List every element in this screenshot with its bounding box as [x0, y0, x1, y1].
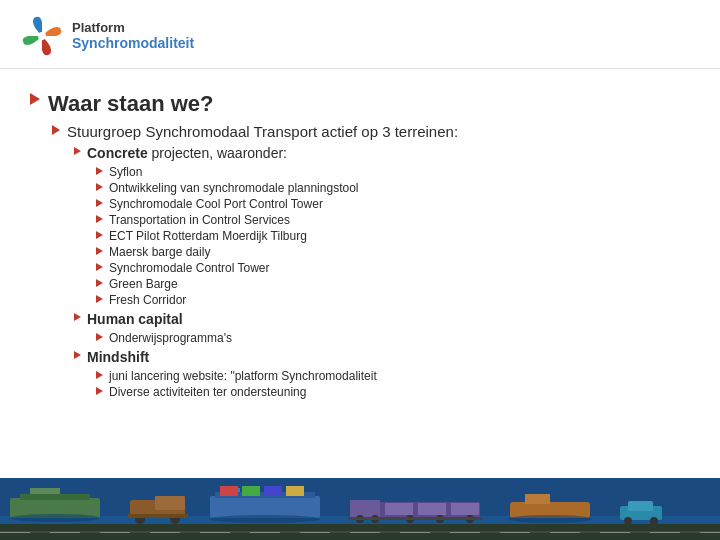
svg-rect-32	[525, 494, 550, 504]
item-bullet-0	[96, 167, 103, 175]
level3-bold: Concrete	[87, 145, 148, 161]
logo: Platform Synchromodaliteit	[20, 14, 194, 58]
item-text-4: ECT Pilot Rotterdam Moerdijk Tilburg	[109, 229, 307, 243]
svg-rect-12	[210, 496, 320, 518]
level3-rest: projecten, waaronder:	[148, 145, 287, 161]
logo-icon	[20, 14, 64, 58]
item-bullet-3	[96, 215, 103, 223]
level3-text: Concrete projecten, waaronder:	[87, 145, 287, 161]
mindshift-row: Mindshift	[74, 349, 690, 365]
svg-rect-11	[128, 514, 188, 518]
svg-rect-15	[220, 486, 238, 496]
svg-rect-52	[600, 532, 630, 533]
mindshift-item-0: juni lancering website: "platform Synchr…	[96, 369, 690, 383]
svg-rect-53	[650, 532, 680, 533]
svg-rect-8	[155, 496, 185, 510]
level3-bullet	[74, 147, 81, 155]
list-item: Syflon	[96, 165, 690, 179]
item-text-0: Syflon	[109, 165, 142, 179]
svg-rect-23	[418, 503, 446, 515]
svg-rect-5	[20, 494, 90, 500]
item-text-7: Green Barge	[109, 277, 178, 291]
item-bullet-6	[96, 263, 103, 271]
logo-top: Platform	[72, 20, 194, 36]
svg-rect-43	[150, 532, 180, 533]
svg-rect-35	[628, 501, 653, 511]
svg-point-0	[38, 32, 46, 40]
mindshift-label: Mindshift	[87, 349, 149, 365]
svg-rect-50	[500, 532, 530, 533]
svg-rect-41	[50, 532, 80, 533]
list-item: Transportation in Control Services	[96, 213, 690, 227]
human-capital-label: Human capital	[87, 311, 183, 327]
svg-rect-49	[450, 532, 480, 533]
slide: Platform Synchromodaliteit Waar staan we…	[0, 0, 720, 540]
svg-rect-51	[550, 532, 580, 533]
svg-rect-18	[286, 486, 304, 496]
svg-rect-17	[264, 486, 282, 496]
footer-strip	[0, 478, 720, 540]
svg-rect-54	[700, 532, 720, 533]
svg-point-19	[210, 515, 320, 523]
item-bullet-7	[96, 279, 103, 287]
svg-rect-30	[348, 517, 483, 520]
item-bullet-8	[96, 295, 103, 303]
list-item: Synchromodale Cool Port Control Tower	[96, 197, 690, 211]
item-text-1: Ontwikkeling van synchromodale plannings…	[109, 181, 358, 195]
slide-title: Waar staan we?	[48, 91, 213, 117]
human-capital-sub-text: Onderwijsprogramma's	[109, 331, 232, 345]
svg-point-6	[10, 514, 100, 522]
item-text-3: Transportation in Control Services	[109, 213, 290, 227]
level2-bullet	[52, 125, 60, 135]
list-item: Synchromodale Control Tower	[96, 261, 690, 275]
human-capital-sub-bullet	[96, 333, 103, 341]
human-capital-row: Human capital	[74, 311, 690, 327]
logo-text: Platform Synchromodaliteit	[72, 20, 194, 52]
item-bullet-5	[96, 247, 103, 255]
svg-rect-45	[250, 532, 280, 533]
logo-bottom: Synchromodaliteit	[72, 35, 194, 52]
footer-vehicles-svg	[0, 478, 720, 540]
svg-rect-16	[242, 486, 260, 496]
mindshift-sub-text-0: juni lancering website: "platform Synchr…	[109, 369, 377, 383]
svg-point-37	[650, 517, 658, 525]
title-row: Waar staan we?	[30, 91, 690, 117]
item-bullet-1	[96, 183, 103, 191]
human-capital-sub-row: Onderwijsprogramma's	[96, 331, 690, 345]
item-text-5: Maersk barge daily	[109, 245, 210, 259]
mindshift-sub-bullet-1	[96, 387, 103, 395]
svg-rect-22	[385, 503, 413, 515]
svg-rect-42	[100, 532, 130, 533]
svg-point-36	[624, 517, 632, 525]
list-item: Fresh Corridor	[96, 293, 690, 307]
svg-rect-48	[400, 532, 430, 533]
svg-rect-44	[200, 532, 230, 533]
header: Platform Synchromodaliteit	[0, 0, 720, 69]
list-item: Maersk barge daily	[96, 245, 690, 259]
item-text-8: Fresh Corridor	[109, 293, 186, 307]
list-item: Green Barge	[96, 277, 690, 291]
mindshift-bullet	[74, 351, 81, 359]
level3-row: Concrete projecten, waaronder:	[74, 145, 690, 161]
item-text-2: Synchromodale Cool Port Control Tower	[109, 197, 323, 211]
slide-content: Waar staan we? Stuurgroep Synchromodaal …	[0, 69, 720, 478]
item-bullet-4	[96, 231, 103, 239]
svg-rect-40	[0, 532, 30, 533]
item-bullet-2	[96, 199, 103, 207]
mindshift-sub-text-1: Diverse activiteiten ter ondersteuning	[109, 385, 306, 399]
human-capital-bullet	[74, 313, 81, 321]
level2-row: Stuurgroep Synchromodaal Transport actie…	[52, 123, 690, 140]
level2-text: Stuurgroep Synchromodaal Transport actie…	[67, 123, 458, 140]
svg-rect-47	[350, 532, 380, 533]
item-text-6: Synchromodale Control Tower	[109, 261, 270, 275]
list-item: ECT Pilot Rotterdam Moerdijk Tilburg	[96, 229, 690, 243]
list-item: Ontwikkeling van synchromodale plannings…	[96, 181, 690, 195]
svg-point-33	[508, 515, 592, 523]
mindshift-sub-bullet-0	[96, 371, 103, 379]
svg-rect-46	[300, 532, 330, 533]
svg-rect-24	[451, 503, 479, 515]
mindshift-item-1: Diverse activiteiten ter ondersteuning	[96, 385, 690, 399]
title-bullet	[30, 93, 40, 105]
